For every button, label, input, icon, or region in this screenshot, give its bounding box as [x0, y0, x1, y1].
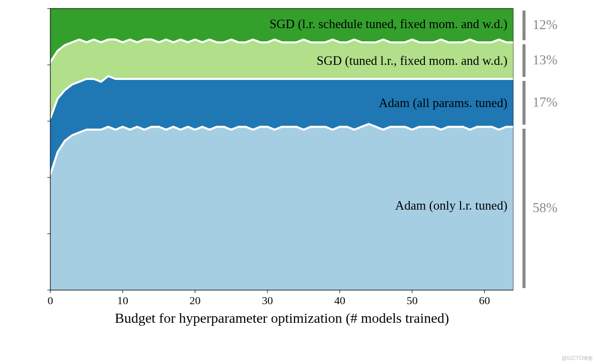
share-bar-3: [523, 11, 526, 40]
share-bar-1: [523, 81, 526, 125]
xtick-50: 50: [407, 294, 418, 307]
share-pct-1: 17%: [533, 95, 558, 110]
xtick-30: 30: [262, 294, 273, 307]
share-pct-2: 13%: [533, 52, 558, 68]
share-bar-2: [523, 44, 526, 77]
xtick-40: 40: [334, 294, 345, 307]
x-axis-label: Budget for hyperparameter optimization (…: [115, 310, 449, 326]
series-label-2: SGD (tuned l.r., fixed mom. and w.d.): [317, 54, 507, 68]
series-label-0: Adam (only l.r. tuned): [395, 199, 507, 213]
stacked-area-chart: 01020304050600.00.20.40.60.81.0Budget fo…: [45, 6, 513, 328]
series-label-1: Adam (all params. tuned): [379, 96, 507, 110]
share-bar-0: [523, 129, 526, 288]
xtick-20: 20: [190, 294, 201, 307]
share-pct-3: 12%: [533, 17, 558, 33]
share-pct-0: 58%: [533, 200, 558, 216]
xtick-10: 10: [117, 294, 128, 307]
watermark: @51CTO博客: [562, 355, 593, 362]
xtick-60: 60: [479, 294, 490, 307]
xtick-0: 0: [48, 294, 53, 307]
chart-svg: 01020304050600.00.20.40.60.81.0Budget fo…: [45, 6, 513, 328]
series-label-3: SGD (l.r. schedule tuned, fixed mom. and…: [269, 17, 507, 31]
